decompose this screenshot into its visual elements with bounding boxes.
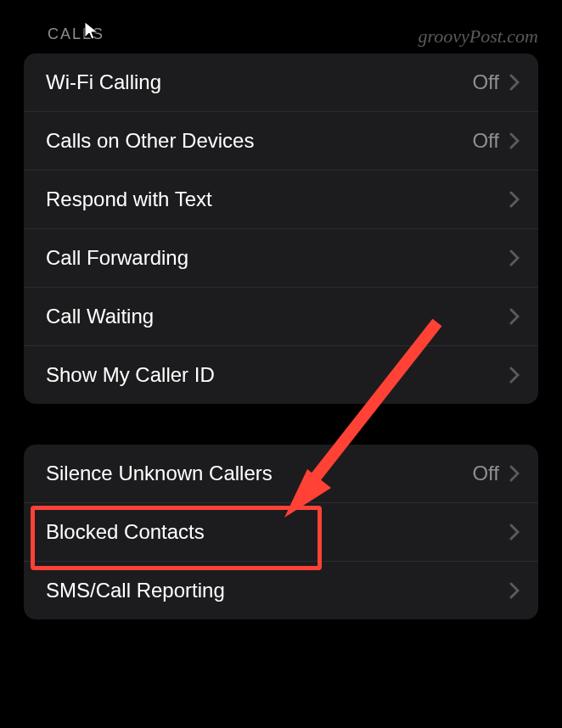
- row-blocked-contacts[interactable]: Blocked Contacts: [24, 503, 538, 562]
- chevron-right-icon: [509, 524, 520, 540]
- section-header-calls: CALLS: [0, 0, 562, 53]
- row-label: Call Waiting: [46, 305, 509, 328]
- chevron-right-icon: [509, 465, 520, 482]
- row-value: Off: [472, 462, 499, 485]
- row-label: Silence Unknown Callers: [46, 462, 472, 485]
- row-label: Respond with Text: [46, 188, 509, 211]
- settings-group-silence: Silence Unknown Callers Off Blocked Cont…: [24, 445, 538, 619]
- settings-group-calls: Wi-Fi Calling Off Calls on Other Devices…: [24, 53, 538, 404]
- row-call-forwarding[interactable]: Call Forwarding: [24, 229, 538, 288]
- chevron-right-icon: [509, 74, 520, 91]
- chevron-right-icon: [509, 191, 520, 208]
- row-value: Off: [472, 129, 499, 153]
- chevron-right-icon: [509, 582, 520, 599]
- row-label: Wi-Fi Calling: [46, 70, 472, 94]
- chevron-right-icon: [509, 367, 520, 384]
- row-calls-other-devices[interactable]: Calls on Other Devices Off: [24, 112, 538, 171]
- row-call-waiting[interactable]: Call Waiting: [24, 288, 538, 346]
- row-value: Off: [472, 70, 499, 94]
- row-show-my-caller-id[interactable]: Show My Caller ID: [24, 346, 538, 404]
- chevron-right-icon: [509, 249, 520, 266]
- row-sms-call-reporting[interactable]: SMS/Call Reporting: [24, 562, 538, 619]
- chevron-right-icon: [509, 132, 520, 149]
- row-silence-unknown-callers[interactable]: Silence Unknown Callers Off: [24, 445, 538, 503]
- row-label: Blocked Contacts: [46, 520, 509, 544]
- row-label: SMS/Call Reporting: [46, 579, 509, 602]
- row-wifi-calling[interactable]: Wi-Fi Calling Off: [24, 53, 538, 112]
- row-label: Show My Caller ID: [46, 363, 509, 387]
- row-respond-with-text[interactable]: Respond with Text: [24, 171, 538, 229]
- row-label: Calls on Other Devices: [46, 129, 472, 153]
- chevron-right-icon: [509, 308, 520, 325]
- row-label: Call Forwarding: [46, 246, 509, 270]
- cursor-icon: [83, 20, 100, 41]
